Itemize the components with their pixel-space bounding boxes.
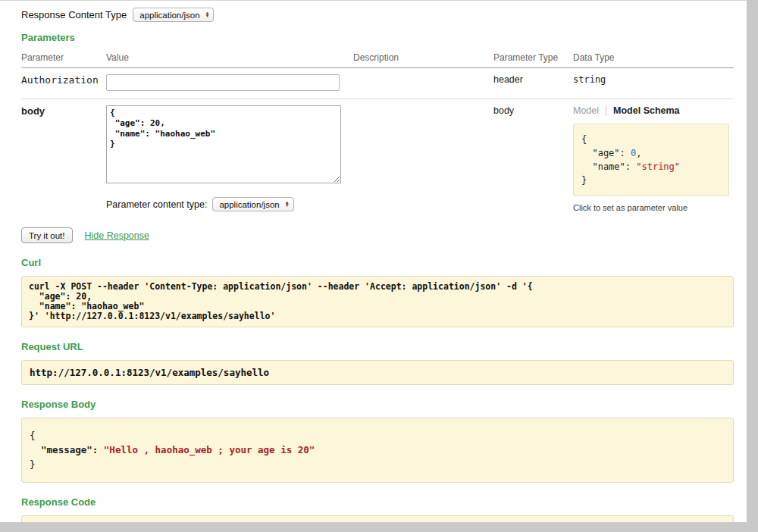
swagger-operation-panel: Response Content Type application/json ▲… <box>0 0 747 522</box>
response-body-message-key: "message": <box>30 444 104 455</box>
model-tabs: Model Model Schema <box>573 105 728 116</box>
col-description: Description <box>353 50 493 68</box>
curl-heading: Curl <box>21 257 734 268</box>
authorization-parameter-type: header <box>493 68 573 99</box>
curl-line: "age": 20, <box>29 292 726 302</box>
request-url-heading: Request URL <box>21 341 734 352</box>
body-parameter-type: body <box>493 99 573 221</box>
curl-line: }' 'http://127.0.0.1:8123/v1/examples/sa… <box>29 311 726 321</box>
param-row-authorization: Authorization header string <box>21 68 734 99</box>
curl-line: "name": "haohao_web" <box>29 302 726 311</box>
response-content-type-row: Response Content Type application/json ▲… <box>21 8 734 22</box>
parameter-content-type-selected-value: application/json <box>219 200 279 209</box>
response-body-message-value: "Hello , haohao_web ; your age is 20" <box>104 444 315 455</box>
parameters-header-row: Parameter Value Description Parameter Ty… <box>21 50 734 68</box>
authorization-input[interactable] <box>106 74 340 91</box>
request-url-box: http://127.0.0.1:8123/v1/examples/sayhel… <box>21 360 734 385</box>
try-it-out-button[interactable]: Try it out! <box>21 227 73 243</box>
col-parameter: Parameter <box>21 50 106 68</box>
schema-close-brace: } <box>581 175 587 186</box>
param-name-authorization: Authorization <box>21 68 106 99</box>
response-code-box: 200 <box>21 515 734 522</box>
response-content-type-label: Response Content Type <box>21 9 127 20</box>
curl-command-box: curl -X POST --header 'Content-Type: app… <box>21 276 734 327</box>
response-body-box: { "message": "Hello , haohao_web ; your … <box>21 418 734 483</box>
select-arrows-icon: ▲▼ <box>285 202 290 207</box>
schema-comma: , <box>636 148 641 158</box>
model-schema-box[interactable]: { "age": 0, "name": "string" } <box>573 124 729 196</box>
hide-response-link[interactable]: Hide Response <box>85 230 149 241</box>
response-body-open-brace: { <box>30 430 36 441</box>
schema-name-key: "name": <box>581 161 636 172</box>
param-row-body: body { "age": 20, "name": "haohao_web" }… <box>21 99 734 221</box>
tab-model[interactable]: Model <box>573 105 606 116</box>
actions-row: Try it out! Hide Response <box>21 227 734 243</box>
authorization-description <box>353 68 493 99</box>
col-parameter-type: Parameter Type <box>493 50 573 68</box>
col-value: Value <box>106 50 353 68</box>
col-data-type: Data Type <box>573 50 734 68</box>
body-textarea[interactable]: { "age": 20, "name": "haohao_web" } <box>106 105 341 183</box>
select-arrows-icon: ▲▼ <box>205 12 210 17</box>
schema-name-value: "string" <box>636 161 680 172</box>
parameter-content-type-label: Parameter content type: <box>106 199 207 210</box>
parameters-heading: Parameters <box>21 32 734 43</box>
response-body-heading: Response Body <box>21 399 734 410</box>
parameter-content-type-select[interactable]: application/json ▲▼ <box>212 197 293 211</box>
parameters-table: Parameter Value Description Parameter Ty… <box>21 50 734 220</box>
body-description <box>353 99 493 221</box>
response-content-type-selected-value: application/json <box>139 11 199 20</box>
response-body-close-brace: } <box>30 458 36 470</box>
response-content-type-select[interactable]: application/json ▲▼ <box>133 8 214 22</box>
schema-age-key: "age": <box>581 148 631 158</box>
curl-line: curl -X POST --header 'Content-Type: app… <box>29 282 726 292</box>
parameter-content-type-row: Parameter content type: application/json… <box>106 197 347 211</box>
param-name-body: body <box>21 99 106 221</box>
schema-hint-text: Click to set as parameter value <box>573 203 728 212</box>
authorization-data-type: string <box>573 68 734 99</box>
response-code-heading: Response Code <box>21 496 734 508</box>
schema-open-brace: { <box>581 134 587 145</box>
tab-model-schema[interactable]: Model Schema <box>606 105 680 116</box>
